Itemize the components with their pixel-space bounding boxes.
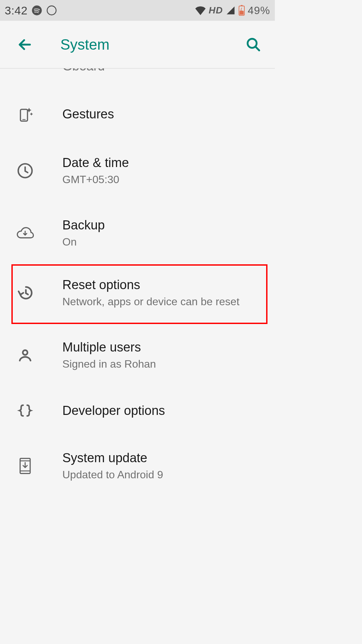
list-item-partial[interactable]: Gboard xyxy=(0,68,275,89)
list-item-backup[interactable]: Backup On xyxy=(0,202,275,264)
status-time: 3:42 xyxy=(5,4,27,17)
search-button[interactable] xyxy=(243,35,263,55)
wifi-icon xyxy=(195,6,206,15)
system-update-icon xyxy=(13,458,37,474)
highlight-annotation: Reset options Network, apps or device ca… xyxy=(11,264,267,324)
list-item-developer-options[interactable]: Developer options xyxy=(0,386,275,435)
cloud-download-icon xyxy=(13,226,37,240)
list-title: Reset options xyxy=(62,278,239,292)
list-sub: GMT+05:30 xyxy=(62,173,129,186)
list-title: Gestures xyxy=(62,107,114,121)
svg-rect-3 xyxy=(241,5,242,6)
list-sub: On xyxy=(62,236,105,248)
battery-icon xyxy=(238,5,245,16)
svg-point-9 xyxy=(23,350,27,355)
list-title: Date & time xyxy=(62,156,129,170)
list-sub-partial: Gboard xyxy=(62,68,105,73)
list-title: Backup xyxy=(62,218,105,232)
list-item-system-update[interactable]: System update Updated to Android 9 xyxy=(0,435,275,488)
app-bar: System xyxy=(0,21,275,68)
hd-indicator: HD xyxy=(209,5,223,16)
status-bar: 3:42 HD 49% xyxy=(0,0,275,21)
settings-list[interactable]: Gboard Gestures Date & time GMT+05:30 xyxy=(0,68,275,488)
person-icon xyxy=(13,347,37,363)
back-button[interactable] xyxy=(15,35,35,55)
list-sub: Updated to Android 9 xyxy=(62,469,163,481)
gestures-icon xyxy=(13,105,37,123)
battery-percentage: 49% xyxy=(248,4,270,17)
list-sub: Network, apps or device can be reset xyxy=(62,296,239,308)
cellular-signal-icon xyxy=(226,6,236,15)
page-title: System xyxy=(60,36,110,53)
braces-icon xyxy=(13,402,37,419)
list-item-multiple-users[interactable]: Multiple users Signed in as Rohan xyxy=(0,324,275,386)
clock-icon xyxy=(13,162,37,179)
restore-icon xyxy=(13,284,37,302)
circle-outline-icon xyxy=(46,5,57,16)
spotify-icon xyxy=(32,5,42,16)
svg-point-1 xyxy=(47,6,56,15)
list-item-reset-options[interactable]: Reset options Network, apps or device ca… xyxy=(13,266,266,323)
list-title: Developer options xyxy=(62,404,165,418)
list-item-gestures[interactable]: Gestures xyxy=(0,89,275,140)
list-item-date-time[interactable]: Date & time GMT+05:30 xyxy=(0,140,275,202)
list-sub: Signed in as Rohan xyxy=(62,358,156,370)
svg-rect-7 xyxy=(22,119,25,120)
list-title: Multiple users xyxy=(62,340,156,355)
list-title: System update xyxy=(62,451,163,465)
